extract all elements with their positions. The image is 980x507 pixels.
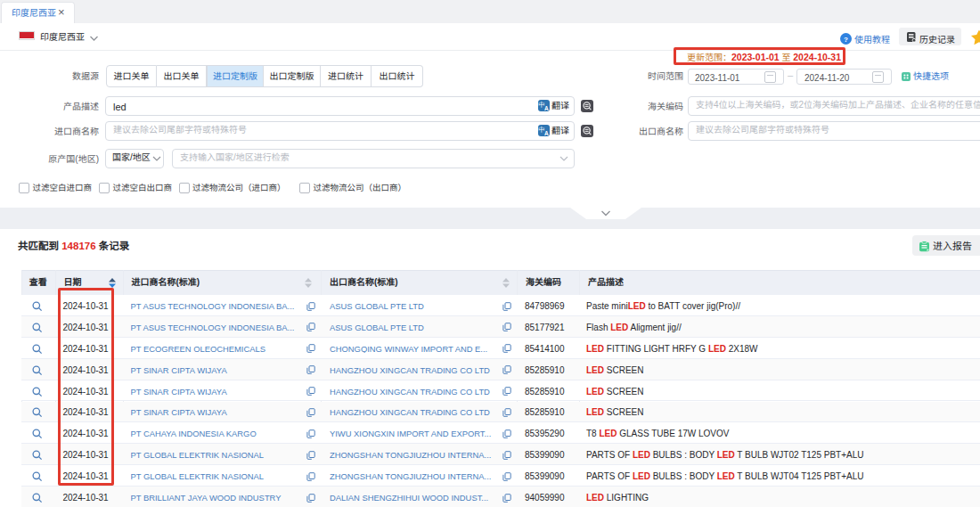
svg-text:A: A xyxy=(544,130,549,136)
svg-text:?: ? xyxy=(844,36,848,44)
svg-text:A: A xyxy=(544,105,549,111)
